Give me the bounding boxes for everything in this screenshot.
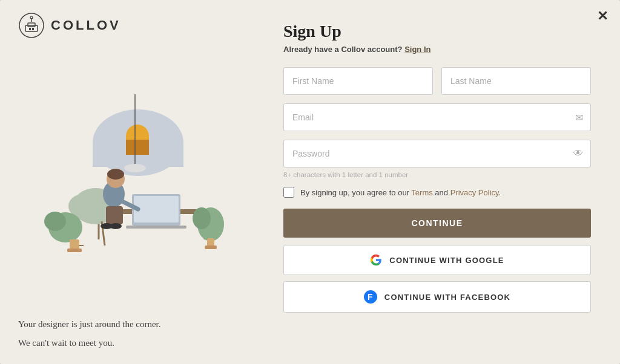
signin-prompt: Already have a Collov account? Sign In [283, 45, 591, 54]
password-hint: 8+ characters with 1 letter and 1 number [283, 171, 591, 178]
logo: COLLOV [18, 12, 240, 39]
name-row [283, 67, 591, 95]
email-wrapper: ✉ [283, 103, 591, 131]
continue-facebook-button[interactable]: f CONTINUE WITH FACEBOOK [283, 281, 591, 313]
google-button-label: CONTINUE WITH GOOGLE [389, 256, 504, 265]
svg-rect-2 [28, 23, 35, 27]
logo-text: COLLOV [51, 18, 121, 33]
terms-checkbox[interactable] [283, 187, 294, 198]
last-name-input[interactable] [441, 67, 591, 95]
svg-rect-4 [32, 28, 34, 30]
svg-point-12 [124, 164, 146, 172]
illustration [18, 45, 240, 313]
tagline-line2: We can't wait to meet you. [18, 336, 240, 350]
facebook-button-label: CONTINUE WITH FACEBOOK [384, 293, 510, 302]
svg-rect-28 [106, 206, 123, 224]
left-panel: COLLOV [0, 0, 254, 364]
password-input[interactable] [283, 140, 591, 167]
signin-link[interactable]: Sign In [404, 45, 430, 54]
continue-google-button[interactable]: CONTINUE WITH GOOGLE [283, 245, 591, 275]
svg-rect-38 [205, 245, 217, 249]
form-title: Sign Up [283, 22, 591, 41]
modal-container: ✕ COLLOV [0, 0, 620, 364]
svg-point-32 [44, 212, 66, 231]
svg-point-26 [107, 169, 124, 180]
svg-rect-18 [126, 226, 186, 229]
svg-rect-3 [29, 28, 31, 30]
google-icon [370, 254, 382, 266]
svg-point-30 [110, 223, 122, 229]
logo-icon [18, 12, 45, 39]
email-input[interactable] [283, 103, 591, 131]
terms-label: By signing up, you agree to our Terms an… [300, 188, 501, 197]
password-wrapper: 👁 [283, 140, 591, 167]
svg-rect-34 [67, 249, 82, 252]
privacy-link[interactable]: Privacy Policy [450, 188, 499, 197]
right-panel: Sign Up Already have a Collov account? S… [254, 0, 620, 364]
close-button[interactable]: ✕ [597, 10, 608, 23]
svg-point-36 [193, 207, 211, 229]
terms-checkbox-row: By signing up, you agree to our Terms an… [283, 187, 591, 198]
terms-link[interactable]: Terms [411, 188, 432, 197]
first-name-input[interactable] [283, 67, 433, 95]
facebook-icon: f [364, 290, 377, 304]
tagline: Your designer is just around the corner.… [18, 313, 240, 349]
continue-button[interactable]: CONTINUE [283, 209, 591, 238]
tagline-line1: Your designer is just around the corner. [18, 317, 240, 331]
svg-rect-17 [134, 196, 179, 223]
svg-rect-10 [126, 140, 149, 155]
